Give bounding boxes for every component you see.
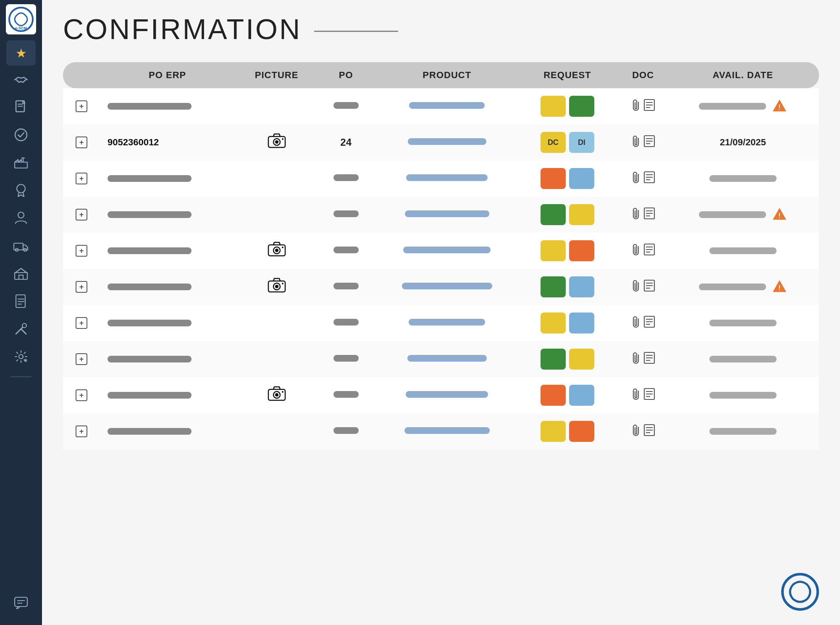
sidebar-item-check[interactable]	[6, 123, 36, 149]
expand-button[interactable]: +	[76, 353, 87, 365]
expand-button[interactable]: +	[76, 137, 87, 148]
sidebar-item-settings[interactable]	[6, 345, 36, 370]
paperclip-icon[interactable]	[631, 171, 641, 186]
po-cell	[318, 377, 375, 413]
po-cell	[318, 233, 375, 269]
chat-icon	[14, 596, 28, 612]
product-bar	[402, 283, 492, 289]
sidebar-item-favorites[interactable]: ★	[6, 40, 36, 66]
expand-button[interactable]: +	[76, 173, 87, 184]
paperclip-icon[interactable]	[631, 388, 641, 403]
badge-1[interactable]	[569, 168, 594, 189]
doc-cell	[615, 305, 671, 341]
doc-list-icon[interactable]	[643, 243, 655, 259]
expand-button[interactable]: +	[76, 425, 87, 437]
paperclip-icon[interactable]	[631, 99, 641, 114]
person-icon	[14, 211, 28, 228]
expand-button[interactable]: +	[76, 100, 87, 112]
warning-triangle-icon: !	[772, 99, 787, 114]
avail-date-cell: !	[671, 88, 819, 124]
camera-icon[interactable]	[268, 135, 286, 151]
table-row: +	[63, 233, 819, 269]
paperclip-icon[interactable]	[631, 352, 641, 367]
svg-point-56	[282, 247, 284, 248]
badge-1[interactable]: DI	[569, 132, 594, 153]
badge-1[interactable]	[569, 385, 594, 406]
expand-button[interactable]: +	[76, 389, 87, 401]
request-cell	[520, 341, 615, 377]
table-row: +	[63, 413, 819, 449]
picture-cell	[236, 305, 318, 341]
request-cell	[520, 197, 615, 233]
main-content: CONFIRMATION PO ERP PICTURE PO PRODUCT R…	[42, 0, 840, 625]
sidebar-item-warehouse[interactable]	[6, 262, 36, 287]
paperclip-icon[interactable]	[631, 424, 641, 439]
doc-list-icon[interactable]	[643, 352, 655, 367]
paperclip-icon[interactable]	[631, 279, 641, 295]
badge-0[interactable]: DC	[541, 132, 566, 153]
doc-list-icon[interactable]	[643, 99, 655, 114]
doc-list-icon[interactable]	[643, 424, 655, 439]
sidebar-item-factory[interactable]	[6, 151, 36, 176]
po-erp-bar	[108, 392, 192, 399]
doc-list-icon[interactable]	[643, 171, 655, 186]
doc-list-icon[interactable]	[643, 207, 655, 223]
camera-icon[interactable]	[268, 244, 286, 260]
sidebar-item-file[interactable]	[6, 290, 36, 315]
doc-list-icon[interactable]	[643, 279, 655, 295]
badge-0[interactable]	[541, 385, 566, 406]
paperclip-icon[interactable]	[631, 207, 641, 223]
badge-0[interactable]	[541, 421, 566, 442]
badge-0[interactable]	[541, 312, 566, 334]
sidebar-item-tools[interactable]	[6, 318, 36, 343]
svg-text:!: !	[778, 284, 780, 291]
table-row: + !	[63, 197, 819, 233]
camera-icon[interactable]	[268, 388, 286, 404]
sidebar-item-handshake[interactable]	[6, 68, 36, 93]
doc-list-icon[interactable]	[643, 388, 655, 403]
badge-1[interactable]	[569, 276, 594, 297]
badge-1[interactable]	[569, 240, 594, 261]
doc-list-icon[interactable]	[643, 135, 655, 150]
expand-button[interactable]: +	[76, 317, 87, 329]
svg-rect-14	[15, 273, 27, 279]
paperclip-icon[interactable]	[631, 135, 641, 150]
product-cell	[374, 341, 520, 377]
avail-date-bar	[709, 175, 777, 182]
badge-0[interactable]	[541, 240, 566, 261]
po-bar	[333, 283, 359, 289]
badge-0[interactable]	[541, 96, 566, 117]
badge-1[interactable]	[569, 421, 594, 442]
avail-date-bar	[699, 103, 766, 110]
doc-list-icon[interactable]	[643, 315, 655, 331]
doc-cell	[615, 413, 671, 449]
badge-1[interactable]	[569, 204, 594, 225]
request-cell	[520, 413, 615, 449]
sidebar-item-chat[interactable]	[6, 591, 36, 617]
po-erp-cell	[99, 197, 236, 233]
table-row: +9052360012 24DCDI 21/09/2025	[63, 124, 819, 160]
expand-button[interactable]: +	[76, 209, 87, 221]
po-erp-cell	[99, 88, 236, 124]
badge-0[interactable]	[541, 349, 566, 370]
table-wrapper: PO ERP PICTURE PO PRODUCT REQUEST DOC AV…	[63, 62, 819, 612]
expand-button[interactable]: +	[76, 281, 87, 293]
badge-0[interactable]	[541, 204, 566, 225]
product-bar	[408, 138, 486, 145]
po-erp-bar	[108, 320, 192, 326]
sidebar-item-document[interactable]	[6, 96, 36, 121]
badge-0[interactable]	[541, 168, 566, 189]
sidebar-item-person[interactable]	[6, 207, 36, 232]
paperclip-icon[interactable]	[631, 243, 641, 259]
paperclip-icon[interactable]	[631, 315, 641, 331]
badge-0[interactable]	[541, 276, 566, 297]
badge-1[interactable]	[569, 96, 594, 117]
badge-1[interactable]	[569, 349, 594, 370]
camera-icon[interactable]	[268, 280, 286, 296]
po-erp-bar	[108, 175, 192, 182]
expand-button[interactable]: +	[76, 245, 87, 257]
badge-1[interactable]	[569, 312, 594, 334]
product-cell	[374, 88, 520, 124]
sidebar-item-truck[interactable]	[6, 234, 36, 260]
sidebar-item-award[interactable]	[6, 179, 36, 204]
